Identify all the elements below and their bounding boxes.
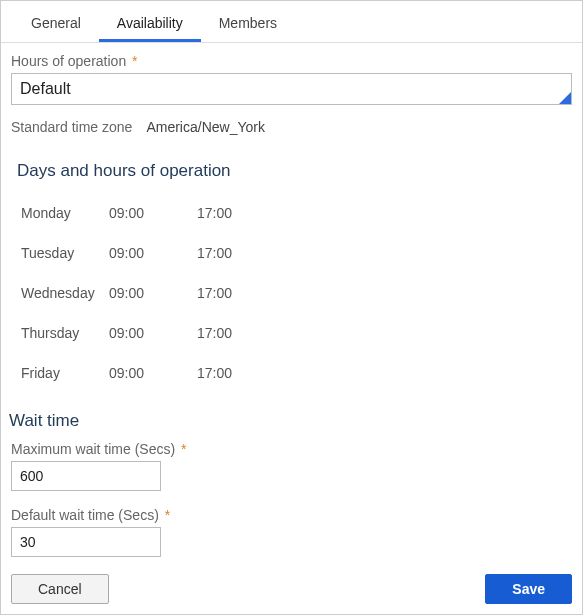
max-wait-value: 600 — [20, 468, 43, 484]
end-cell: 17:00 — [197, 285, 257, 301]
end-cell: 17:00 — [197, 205, 257, 221]
start-cell: 09:00 — [109, 285, 197, 301]
day-cell: Monday — [21, 205, 109, 221]
days-hours-title: Days and hours of operation — [17, 161, 572, 181]
table-row: Monday 09:00 17:00 — [21, 193, 572, 233]
max-wait-input[interactable]: 600 — [11, 461, 161, 491]
default-wait-value: 30 — [20, 534, 36, 550]
wait-time-title: Wait time — [9, 411, 572, 431]
start-cell: 09:00 — [109, 205, 197, 221]
default-wait-input[interactable]: 30 — [11, 527, 161, 557]
tab-members[interactable]: Members — [201, 5, 295, 42]
tab-availability[interactable]: Availability — [99, 5, 201, 42]
default-wait-label-text: Default wait time (Secs) — [11, 507, 159, 523]
hours-of-operation-label: Hours of operation * — [11, 53, 572, 69]
start-cell: 09:00 — [109, 365, 197, 381]
start-cell: 09:00 — [109, 245, 197, 261]
days-hours-section: Days and hours of operation Monday 09:00… — [11, 161, 572, 393]
settings-panel: General Availability Members Hours of op… — [0, 0, 583, 615]
timezone-row: Standard time zone America/New_York — [11, 119, 572, 135]
wait-time-section: Wait time Maximum wait time (Secs) * 600… — [11, 411, 572, 557]
default-wait-label: Default wait time (Secs) * — [11, 507, 572, 523]
hours-of-operation-select[interactable]: Default — [11, 73, 572, 105]
required-icon: * — [181, 441, 186, 457]
day-cell: Tuesday — [21, 245, 109, 261]
default-wait-group: Default wait time (Secs) * 30 — [11, 507, 572, 557]
day-cell: Friday — [21, 365, 109, 381]
table-row: Tuesday 09:00 17:00 — [21, 233, 572, 273]
end-cell: 17:00 — [197, 325, 257, 341]
save-button[interactable]: Save — [485, 574, 572, 604]
required-icon: * — [165, 507, 170, 523]
tab-bar: General Availability Members — [1, 5, 582, 43]
max-wait-label: Maximum wait time (Secs) * — [11, 441, 572, 457]
end-cell: 17:00 — [197, 365, 257, 381]
dropdown-corner-icon — [559, 92, 571, 104]
timezone-value: America/New_York — [146, 119, 265, 135]
start-cell: 09:00 — [109, 325, 197, 341]
required-icon: * — [132, 53, 137, 69]
timezone-label: Standard time zone — [11, 119, 132, 135]
max-wait-group: Maximum wait time (Secs) * 600 — [11, 441, 572, 491]
max-wait-label-text: Maximum wait time (Secs) — [11, 441, 175, 457]
end-cell: 17:00 — [197, 245, 257, 261]
table-row: Wednesday 09:00 17:00 — [21, 273, 572, 313]
day-cell: Thursday — [21, 325, 109, 341]
footer-actions: Cancel Save — [11, 574, 572, 604]
tab-general[interactable]: General — [13, 5, 99, 42]
tab-content: Hours of operation * Default Standard ti… — [1, 43, 582, 557]
table-row: Friday 09:00 17:00 — [21, 353, 572, 393]
hours-of-operation-value: Default — [20, 80, 71, 98]
table-row: Thursday 09:00 17:00 — [21, 313, 572, 353]
hours-table: Monday 09:00 17:00 Tuesday 09:00 17:00 W… — [17, 193, 572, 393]
hours-of-operation-label-text: Hours of operation — [11, 53, 126, 69]
cancel-button[interactable]: Cancel — [11, 574, 109, 604]
day-cell: Wednesday — [21, 285, 109, 301]
